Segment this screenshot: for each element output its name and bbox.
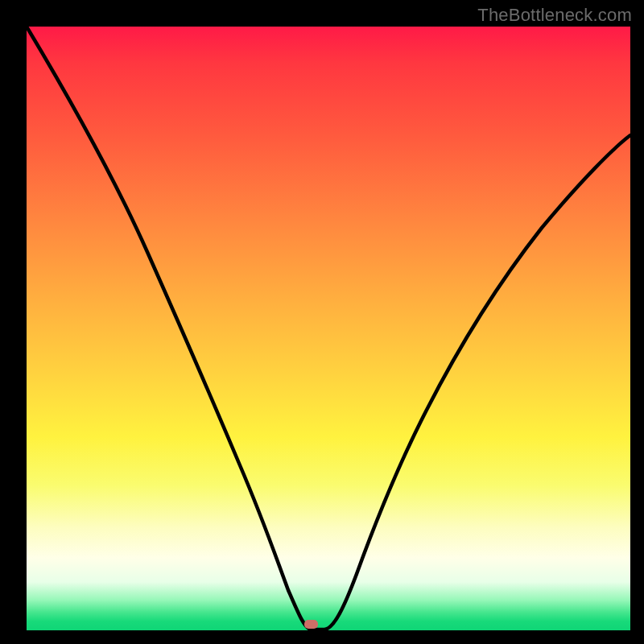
sweet-spot-marker — [304, 620, 318, 629]
watermark-text: TheBottleneck.com — [477, 5, 632, 26]
chart-frame: TheBottleneck.com — [0, 0, 644, 644]
gradient-background — [27, 27, 630, 630]
